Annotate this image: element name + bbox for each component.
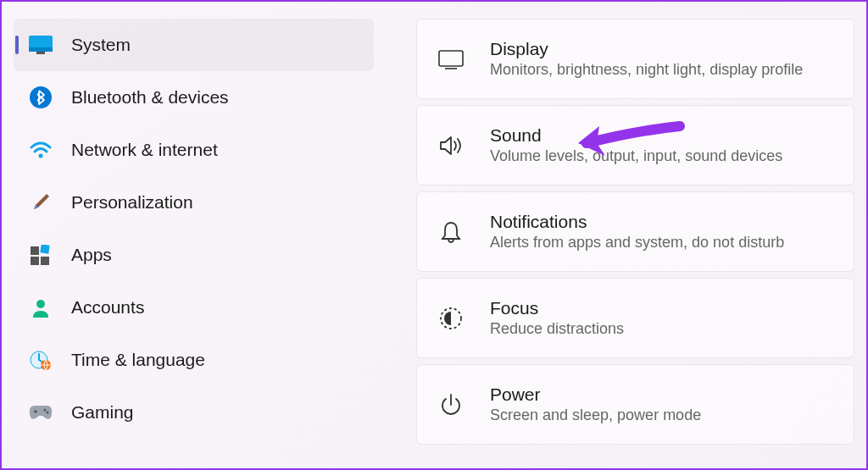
sidebar-item-time-language[interactable]: Time & language bbox=[14, 334, 374, 386]
card-focus[interactable]: Focus Reduce distractions bbox=[416, 278, 854, 358]
settings-content: Display Monitors, brightness, night ligh… bbox=[391, 19, 854, 451]
sidebar-label: Gaming bbox=[71, 402, 134, 423]
svg-rect-6 bbox=[40, 245, 49, 254]
sidebar-item-apps[interactable]: Apps bbox=[14, 229, 374, 281]
card-title: Power bbox=[490, 384, 833, 405]
card-title: Focus bbox=[490, 298, 833, 318]
system-icon bbox=[29, 33, 53, 57]
sidebar-label: System bbox=[71, 35, 131, 55]
card-desc: Monitors, brightness, night light, displ… bbox=[490, 61, 833, 79]
sidebar-label: Time & language bbox=[71, 350, 205, 370]
sidebar-label: Accounts bbox=[71, 297, 144, 318]
card-desc: Screen and sleep, power mode bbox=[490, 406, 833, 424]
display-icon bbox=[437, 46, 465, 73]
sidebar-item-network[interactable]: Network & internet bbox=[14, 124, 374, 176]
focus-icon bbox=[437, 305, 465, 332]
card-desc: Alerts from apps and system, do not dist… bbox=[490, 234, 833, 252]
svg-rect-1 bbox=[29, 47, 53, 52]
bluetooth-icon bbox=[29, 86, 53, 109]
sidebar-item-accounts[interactable]: Accounts bbox=[14, 281, 374, 334]
card-title: Display bbox=[490, 39, 833, 59]
card-title: Sound bbox=[490, 125, 833, 146]
gaming-icon bbox=[29, 401, 53, 424]
card-desc: Volume levels, output, input, sound devi… bbox=[490, 147, 833, 165]
sidebar-item-personalization[interactable]: Personalization bbox=[14, 176, 374, 229]
power-icon bbox=[437, 391, 465, 418]
svg-rect-14 bbox=[439, 51, 463, 66]
svg-point-13 bbox=[47, 412, 49, 414]
svg-rect-7 bbox=[31, 257, 39, 265]
card-notifications[interactable]: Notifications Alerts from apps and syste… bbox=[416, 191, 854, 272]
sidebar-item-system[interactable]: System bbox=[14, 19, 374, 71]
svg-point-9 bbox=[36, 300, 45, 308]
card-sound[interactable]: Sound Volume levels, output, input, soun… bbox=[416, 105, 854, 185]
sidebar-label: Bluetooth & devices bbox=[71, 87, 229, 108]
sidebar-item-gaming[interactable]: Gaming bbox=[14, 386, 374, 439]
card-display[interactable]: Display Monitors, brightness, night ligh… bbox=[416, 19, 854, 99]
clock-globe-icon bbox=[29, 348, 53, 372]
svg-point-4 bbox=[39, 154, 43, 158]
apps-icon bbox=[29, 243, 53, 267]
sidebar-item-bluetooth[interactable]: Bluetooth & devices bbox=[14, 71, 374, 124]
sidebar-label: Apps bbox=[71, 245, 112, 265]
sidebar-label: Network & internet bbox=[71, 140, 218, 160]
sound-icon bbox=[437, 132, 465, 159]
card-title: Notifications bbox=[490, 212, 833, 232]
svg-rect-8 bbox=[41, 257, 49, 265]
svg-rect-2 bbox=[36, 52, 45, 54]
wifi-icon bbox=[29, 138, 53, 162]
paintbrush-icon bbox=[29, 191, 53, 214]
sidebar-label: Personalization bbox=[71, 192, 193, 213]
svg-rect-5 bbox=[31, 246, 39, 255]
card-desc: Reduce distractions bbox=[490, 320, 833, 338]
bell-icon bbox=[437, 218, 465, 246]
svg-point-12 bbox=[44, 409, 47, 412]
accounts-icon bbox=[29, 296, 53, 319]
card-power[interactable]: Power Screen and sleep, power mode bbox=[416, 364, 854, 445]
navigation-sidebar: System Bluetooth & devices Network & int… bbox=[14, 19, 391, 451]
